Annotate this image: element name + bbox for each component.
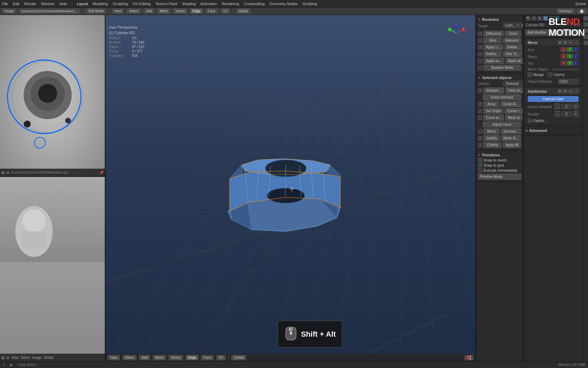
advanced-header[interactable]: ▶ Advanced [526, 127, 581, 134]
menu-help[interactable]: Help [59, 2, 67, 6]
fr-btn-4[interactable] [584, 35, 588, 39]
clothify-btn[interactable]: Clothify [484, 142, 502, 148]
bisect-x-btn[interactable]: X [561, 54, 566, 59]
sub-render-icon[interactable]: 📷 [563, 89, 568, 94]
vp-add-btn[interactable]: Add [139, 355, 150, 360]
sharpen-cb[interactable] [478, 89, 482, 93]
ref-bottom-view-mode[interactable]: ▤ [1, 356, 4, 359]
flip-z-btn[interactable]: Z [573, 61, 579, 65]
prop-icon-2[interactable]: ⚙ [532, 16, 536, 21]
snap-grid-cb[interactable] [478, 163, 482, 167]
subdivision-header[interactable]: Subdivision 👁 📷 ✏ ⋮ [526, 88, 581, 95]
ref-view-mode[interactable]: ▤ [1, 171, 4, 174]
set-origin-cb[interactable] [478, 109, 482, 113]
delete-btn[interactable]: Delete... [505, 44, 522, 50]
menu-geometry-nodes[interactable]: Geometry Nodes [270, 2, 298, 6]
menu-shading[interactable]: Shading [182, 2, 196, 6]
add-btn[interactable]: Add [144, 9, 154, 14]
menu-texture-paint[interactable]: Texture Paint [155, 2, 177, 6]
clothify-cb[interactable] [478, 143, 482, 147]
symmet-btn[interactable]: Symmet... [501, 128, 521, 134]
vp-global-btn[interactable]: Global [231, 355, 246, 360]
ref-bottom-view-btn[interactable]: View [11, 356, 19, 359]
mirror-vis-icon[interactable]: 👁 [557, 40, 562, 45]
menu-animation[interactable]: Animation [200, 2, 217, 6]
fr-btn-3[interactable] [584, 29, 588, 33]
menu-rendering[interactable]: Rendering [222, 2, 239, 6]
ref-zoom[interactable]: ⊕ [6, 171, 9, 174]
vp-view-btn[interactable]: View [108, 355, 120, 360]
vertex-btn[interactable]: Vertex [173, 9, 187, 14]
mirror-header[interactable]: Mirror 👁 📷 ✏ ⋮ [526, 39, 581, 46]
mirror-render-icon[interactable]: 📷 [563, 40, 568, 45]
boolean-mode-btn[interactable]: Boolean Mode [484, 65, 521, 71]
flip-x-btn[interactable]: X [561, 61, 566, 65]
mesh-btn[interactable]: Mesh [157, 9, 170, 14]
slice-checkbox[interactable] [478, 39, 482, 43]
menu-compositing[interactable]: Compositing [244, 2, 265, 6]
prop-icon-1[interactable]: 🔍 [526, 16, 530, 21]
union-btn[interactable]: Union [505, 31, 521, 36]
apply-li-btn[interactable]: Apply Li... [484, 44, 503, 50]
array-cb[interactable] [478, 102, 482, 106]
boolean-mode-checkbox[interactable] [478, 66, 482, 70]
catmull-clark-btn[interactable]: Catmull-Clark [528, 96, 578, 102]
apply-so-checkbox[interactable] [478, 59, 482, 63]
menu-file[interactable]: File [2, 2, 8, 6]
selected-objects-header[interactable]: ▼ Selected objects [478, 75, 521, 81]
apply-so-btn[interactable]: Apply so... [484, 58, 504, 64]
menu-scripting[interactable]: Scripting [303, 2, 317, 6]
snap-mesh-cb[interactable] [478, 158, 482, 162]
mirror-object-field[interactable] [553, 69, 579, 70]
ref-bottom-image[interactable]: Image [32, 356, 42, 359]
union-selected-btn[interactable]: Union selected [483, 94, 521, 100]
object-distance-input[interactable] [558, 79, 578, 84]
set-origin-btn[interactable]: Set Origin [484, 108, 503, 114]
vp-mesh-btn[interactable]: Mesh [153, 355, 166, 360]
circle-ar-btn[interactable]: Circle Ar... [501, 101, 521, 107]
fr-btn-5[interactable] [584, 41, 588, 45]
render-increase-btn[interactable]: + [573, 111, 578, 117]
shading-btn[interactable]: ⬤ [577, 9, 586, 14]
sharpen-btn[interactable]: Sharpen... [484, 88, 504, 93]
optimal-cb[interactable] [528, 119, 532, 123]
apply-all-btn[interactable]: Apply all [506, 58, 523, 64]
mode-select-btn[interactable]: Edit Mode [86, 9, 106, 14]
vp-vertex-btn[interactable]: Vertex [169, 355, 183, 360]
mirror-so-btn[interactable]: Mirror [484, 128, 500, 134]
select-btn[interactable]: Select [127, 9, 141, 14]
mesh-si-btn[interactable]: Mesh Si... [501, 135, 521, 141]
prop-icon-6[interactable]: 🌐 [555, 16, 559, 21]
mirror-edit-icon[interactable]: ✏ [568, 40, 573, 45]
solidify-btn[interactable]: Solidify [484, 135, 500, 141]
cylinder-close-icon[interactable]: ✕ [578, 24, 581, 27]
array-btn[interactable]: Array [484, 101, 499, 107]
vp-uv-btn[interactable]: UV [216, 355, 226, 360]
menu-layout[interactable]: Layout [77, 2, 88, 6]
merge-cb[interactable] [528, 73, 532, 77]
vp-snap-btn[interactable]: 🧲 [464, 355, 473, 360]
ref-bottom-select[interactable]: Select [21, 356, 30, 359]
clear-sh-btn[interactable]: Clear sh... [505, 88, 523, 93]
levels-decrease-btn[interactable]: - [555, 104, 560, 109]
ref-pin[interactable]: 📌 [99, 171, 103, 174]
selfine-btn[interactable]: Selfine... [484, 51, 502, 57]
menu-modeling[interactable]: Modeling [93, 2, 108, 6]
center-3d-viewport[interactable]: User Perspective (1) Cylinder.001 Object… [105, 15, 475, 361]
slice-btn[interactable]: Slice [484, 37, 502, 43]
difference-btn[interactable]: Difference [484, 31, 504, 36]
uv-btn[interactable]: UV [220, 9, 230, 14]
ref-bottom-zoom[interactable]: ⊕ [6, 356, 9, 359]
axis-x-btn[interactable]: X [561, 47, 566, 52]
extrude-cb[interactable] [478, 168, 482, 172]
sub-vis-icon[interactable]: 👁 [557, 89, 562, 94]
fr-btn-1[interactable] [584, 16, 588, 20]
mirror-more-icon[interactable]: ⋮ [574, 40, 578, 45]
target-value-row[interactable]: Cylin... ✎ ✕ [503, 22, 523, 28]
adjust-curve-btn[interactable]: Adjust curve [483, 122, 521, 127]
vp-face-btn[interactable]: Face [201, 355, 213, 360]
menu-uv-editing[interactable]: UV Editing [133, 2, 150, 6]
bisect-y-btn[interactable]: Y [567, 54, 572, 59]
prop-icon-4[interactable]: 🔧 [543, 16, 548, 21]
solidify-cb[interactable] [478, 136, 482, 140]
